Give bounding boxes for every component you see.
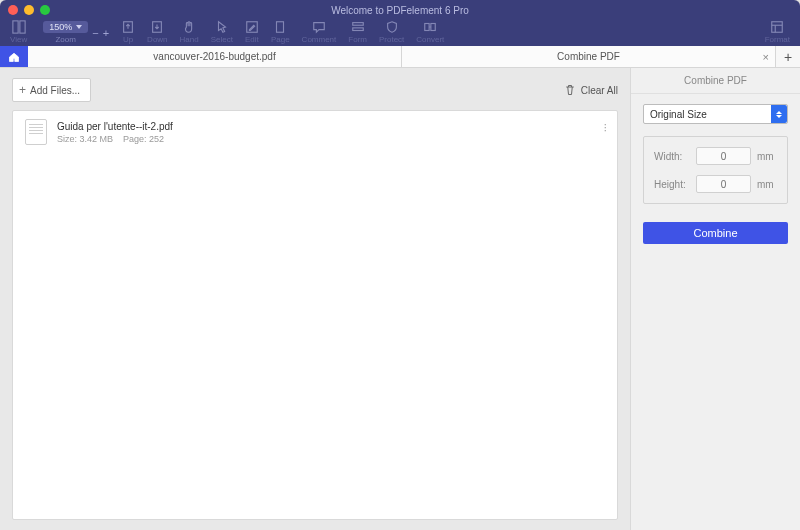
edit-tool[interactable]: Edit [245,20,259,44]
page-tool[interactable]: Page [271,20,290,44]
svg-rect-8 [425,24,429,31]
file-item-menu-icon[interactable]: ··· [603,121,607,130]
add-tab-button[interactable]: + [776,46,800,67]
window-titlebar: Welcome to PDFelement 6 Pro [0,0,800,20]
add-files-label: Add Files... [30,85,80,96]
svg-rect-0 [12,21,17,33]
window-title: Welcome to PDFelement 6 Pro [0,5,800,16]
height-label: Height: [654,179,690,190]
minimize-window-button[interactable] [24,5,34,15]
select-arrows-icon [771,105,787,123]
sidebar-title: Combine PDF [631,68,800,94]
maximize-window-button[interactable] [40,5,50,15]
file-list-item[interactable]: Guida per l'utente--it-2.pdf Size: 3.42 … [13,111,617,153]
close-window-button[interactable] [8,5,18,15]
dimensions-group: Width: mm Height: mm [643,136,788,204]
zoom-in-button[interactable]: + [103,27,109,39]
main-toolbar: View 150% Zoom − + Up Down Hand Select [0,20,800,46]
page-down-tool[interactable]: Down [147,20,167,44]
svg-rect-5 [277,22,284,33]
combine-sidebar: Combine PDF Original Size Width: mm Heig… [630,68,800,530]
form-tool[interactable]: Form [348,20,367,44]
width-unit: mm [757,151,777,162]
tab-bar: vancouver-2016-budget.pdf Combine PDF × … [0,46,800,68]
zoom-tool[interactable]: 150% Zoom − + [43,21,109,44]
file-name: Guida per l'utente--it-2.pdf [57,121,173,132]
width-input[interactable] [696,147,751,165]
combine-button[interactable]: Combine [643,222,788,244]
svg-rect-9 [431,24,435,31]
home-tab-button[interactable] [0,46,28,67]
svg-rect-1 [19,21,24,33]
width-label: Width: [654,151,690,162]
view-tool[interactable]: View [10,20,27,44]
select-tool[interactable]: Select [211,20,233,44]
document-icon [25,119,47,145]
height-unit: mm [757,179,777,190]
svg-rect-7 [352,28,363,31]
tab-document-1[interactable]: vancouver-2016-budget.pdf [28,46,402,67]
tab-label: vancouver-2016-budget.pdf [153,51,275,62]
close-tab-icon[interactable]: × [763,51,769,63]
protect-tool[interactable]: Protect [379,20,404,44]
page-size-value: Original Size [650,109,707,120]
zoom-level-selector[interactable]: 150% [43,21,88,33]
clear-all-button[interactable]: Clear All [564,84,618,96]
add-files-button[interactable]: + Add Files... [12,78,91,102]
svg-rect-6 [352,23,363,26]
plus-icon: + [19,83,26,97]
clear-all-label: Clear All [581,85,618,96]
page-size-select[interactable]: Original Size [643,104,788,124]
zoom-out-button[interactable]: − [92,27,98,39]
tab-combine-pdf[interactable]: Combine PDF × [402,46,776,67]
format-tool[interactable]: Format [765,20,790,44]
hand-tool[interactable]: Hand [180,20,199,44]
svg-rect-10 [772,22,783,33]
page-up-tool[interactable]: Up [121,20,135,44]
convert-tool[interactable]: Convert [416,20,444,44]
trash-icon [564,84,576,96]
combine-file-area: + Add Files... Clear All Guida per l'ute… [0,68,630,530]
file-list-panel: Guida per l'utente--it-2.pdf Size: 3.42 … [12,110,618,520]
tab-label: Combine PDF [557,51,620,62]
height-input[interactable] [696,175,751,193]
comment-tool[interactable]: Comment [302,20,337,44]
